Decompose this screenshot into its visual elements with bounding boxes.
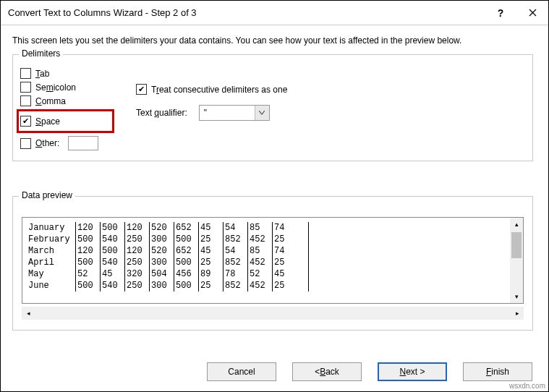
table-cell: 120 [125,245,150,257]
delimiters-fieldset: Delimiters Tab Semicolon Comma [12,54,533,161]
table-cell: 540 [101,234,125,245]
table-cell: 452 [248,234,273,245]
preview-pane: January12050012052065245548574February50… [22,217,524,304]
table-cell: May [27,268,76,280]
table-cell: 452 [248,257,273,268]
treat-checkbox[interactable] [136,84,147,95]
table-cell: 85 [248,245,273,257]
preview-fieldset: Data preview January12050012052065245548… [12,196,533,331]
table-cell: 45 [273,268,309,280]
tab-checkbox[interactable] [20,68,31,79]
table-cell: 74 [273,245,309,257]
qualifier-value: " [200,108,255,118]
table-cell: March [27,245,76,257]
table-cell: 500 [76,234,101,245]
qualifier-select[interactable]: " [199,105,270,121]
cancel-button[interactable]: Cancel [207,362,276,381]
scroll-thumb[interactable] [511,232,522,258]
table-cell: 852 [224,280,248,291]
table-row: June5005402503005002585245225 [27,280,519,291]
vertical-scrollbar[interactable]: ▴ ▾ [510,218,523,303]
table-cell: 250 [125,280,150,291]
other-input[interactable] [68,136,98,150]
table-cell: 25 [199,257,224,268]
tab-checkbox-row[interactable]: Tab [20,68,114,79]
space-checkbox-row[interactable]: Space [20,116,92,127]
table-cell: 300 [150,257,174,268]
table-cell: 500 [76,257,101,268]
preview-grid: January12050012052065245548574February50… [27,222,519,291]
close-button[interactable] [516,1,548,25]
table-cell: 45 [199,222,224,234]
table-cell: 852 [224,257,248,268]
table-cell: 500 [101,222,125,234]
table-cell: 300 [150,234,174,245]
watermark: wsxdn.com [509,382,545,390]
titlebar: Convert Text to Columns Wizard - Step 2 … [1,1,548,25]
table-cell: 250 [125,234,150,245]
table-cell: 520 [150,222,174,234]
table-row: March12050012052065245548574 [27,245,519,257]
table-cell: 120 [125,222,150,234]
scroll-left-icon[interactable]: ◂ [22,307,35,320]
horizontal-scrollbar[interactable]: ◂ ▸ [22,307,524,320]
table-cell: 500 [76,280,101,291]
table-cell: 78 [224,268,248,280]
scroll-track-h[interactable] [35,307,511,320]
space-checkbox[interactable] [20,116,31,127]
table-cell: 500 [174,280,199,291]
table-cell: 500 [101,245,125,257]
dialog-title: Convert Text to Columns Wizard - Step 2 … [8,7,485,18]
finish-button[interactable]: Finish [463,362,532,381]
comma-checkbox-row[interactable]: Comma [20,95,114,106]
other-checkbox-row[interactable]: Other: [20,136,114,150]
scroll-down-icon[interactable]: ▾ [510,290,523,303]
table-cell: 540 [101,257,125,268]
scroll-track[interactable] [510,231,523,290]
semicolon-checkbox-row[interactable]: Semicolon [20,82,114,93]
dialog-content: This screen lets you set the delimiters … [1,25,548,339]
semicolon-label: Semicolon [35,82,76,93]
table-cell: 320 [125,268,150,280]
next-button[interactable]: Next > [378,362,447,381]
table-cell: 540 [101,280,125,291]
table-cell: 52 [76,268,101,280]
table-cell: 300 [150,280,174,291]
treat-label: Treat consecutive delimiters as one [151,85,287,95]
other-label: Other: [35,138,59,148]
qualifier-label: Text qualifier: [136,108,187,118]
space-label: Space [35,116,60,127]
scroll-right-icon[interactable]: ▸ [511,307,524,320]
table-cell: April [27,257,76,268]
table-cell: 85 [248,222,273,234]
table-cell: 54 [224,245,248,257]
table-cell: 25 [273,257,309,268]
preview-legend: Data preview [19,190,75,200]
table-cell: 25 [273,280,309,291]
table-cell: 652 [174,222,199,234]
table-cell: 74 [273,222,309,234]
table-cell: 652 [174,245,199,257]
table-cell: 120 [76,222,101,234]
space-highlight: Space [17,109,114,133]
table-cell: 452 [248,280,273,291]
back-button[interactable]: < Back [292,362,362,381]
description-text: This screen lets you set the delimiters … [12,35,537,46]
treat-checkbox-row[interactable]: Treat consecutive delimiters as one [136,84,525,95]
other-checkbox[interactable] [20,138,31,149]
table-cell: 520 [150,245,174,257]
table-row: January12050012052065245548574 [27,222,519,234]
table-cell: 89 [199,268,224,280]
table-cell: 54 [224,222,248,234]
table-cell: 500 [174,234,199,245]
table-row: February5005402503005002585245225 [27,234,519,245]
scroll-up-icon[interactable]: ▴ [510,218,523,231]
table-cell: 120 [76,245,101,257]
delimiters-list: Tab Semicolon Comma Space [20,65,114,153]
semicolon-checkbox[interactable] [20,82,31,93]
comma-checkbox[interactable] [20,95,31,106]
help-button[interactable]: ? [485,1,516,25]
table-cell: 45 [101,268,125,280]
close-icon [529,9,537,17]
delimiters-legend: Delimiters [19,48,63,59]
